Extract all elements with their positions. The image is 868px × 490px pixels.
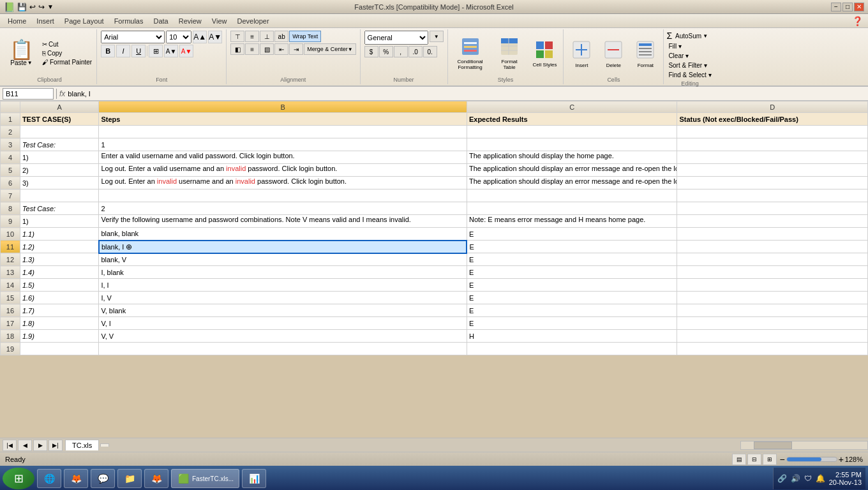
taskbar-ie[interactable]: 🌐 xyxy=(37,469,61,488)
security-tray-icon[interactable]: 🛡 xyxy=(804,474,812,483)
row-header-19[interactable]: 19 xyxy=(1,343,20,355)
zoom-slider[interactable] xyxy=(786,457,837,462)
sheet-tab-add[interactable] xyxy=(100,443,109,447)
cell-d14[interactable] xyxy=(677,279,868,292)
cell-c18[interactable]: H xyxy=(467,330,677,343)
cell-a16[interactable]: 1.7) xyxy=(20,304,99,317)
copy-button[interactable]: ⎘ Copy xyxy=(40,49,94,57)
cell-b13[interactable]: I, blank xyxy=(99,266,467,279)
sort-filter-button[interactable]: Sort & Filter ▾ xyxy=(666,61,709,70)
cell-c2[interactable] xyxy=(467,126,677,138)
number-format-select[interactable]: General xyxy=(364,31,428,45)
cell-d12[interactable] xyxy=(677,253,868,266)
name-box[interactable] xyxy=(3,88,54,100)
row-header-3[interactable]: 3 xyxy=(1,138,20,151)
row-header-10[interactable]: 10 xyxy=(1,228,20,241)
cell-a19[interactable] xyxy=(20,343,99,355)
cell-d8[interactable] xyxy=(677,202,868,215)
row-header-16[interactable]: 16 xyxy=(1,304,20,317)
row-header-12[interactable]: 12 xyxy=(1,253,20,266)
col-header-b[interactable]: B xyxy=(99,101,467,113)
cell-d13[interactable] xyxy=(677,266,868,279)
taskbar-skype[interactable]: 💬 xyxy=(91,469,115,488)
cell-a9[interactable]: 1) xyxy=(20,215,99,228)
cell-d2[interactable] xyxy=(677,126,868,138)
menu-developer[interactable]: Developer xyxy=(232,16,274,26)
cell-a3[interactable]: Test Case: xyxy=(20,138,99,151)
cell-c6[interactable]: The application should display an error … xyxy=(467,177,677,189)
cell-a12[interactable]: 1.3) xyxy=(20,253,99,266)
align-middle-button[interactable]: ≡ xyxy=(245,31,259,42)
cell-d7[interactable] xyxy=(677,189,868,202)
cell-d11[interactable] xyxy=(677,241,868,253)
paste-dropdown-icon[interactable]: ▼ xyxy=(27,60,33,66)
sheet-nav-first[interactable]: |◀ xyxy=(3,440,17,451)
cell-c16[interactable]: E xyxy=(467,304,677,317)
cell-c3[interactable] xyxy=(467,138,677,151)
border-button[interactable]: ⊞ xyxy=(149,45,163,57)
align-left-button[interactable]: ◧ xyxy=(230,43,244,55)
font-name-select[interactable]: Arial xyxy=(101,31,165,43)
cell-d4[interactable] xyxy=(677,151,868,164)
fill-button[interactable]: Fill ▾ xyxy=(666,42,684,50)
cell-b12[interactable]: blank, V xyxy=(99,253,467,266)
menu-page-layout[interactable]: Page Layout xyxy=(59,16,109,26)
taskbar-app7[interactable]: 📊 xyxy=(242,469,266,488)
decrease-indent-button[interactable]: ⇤ xyxy=(274,43,288,55)
cell-d19[interactable] xyxy=(677,343,868,355)
cell-a8[interactable]: Test Case: xyxy=(20,202,99,215)
cell-c7[interactable] xyxy=(467,189,677,202)
sheet-tab-tc[interactable]: TC.xls xyxy=(65,440,99,450)
row-header-1[interactable]: 1 xyxy=(1,113,20,126)
cell-a10[interactable]: 1.1) xyxy=(20,228,99,241)
font-size-select[interactable]: 10 xyxy=(166,31,191,43)
row-header-4[interactable]: 4 xyxy=(1,151,20,164)
cell-a1[interactable]: TEST CASE(S) xyxy=(20,113,99,126)
redo-icon[interactable]: ↪ xyxy=(38,3,45,11)
row-header-8[interactable]: 8 xyxy=(1,202,20,215)
cell-a14[interactable]: 1.5) xyxy=(20,279,99,292)
cell-d6[interactable] xyxy=(677,177,868,189)
merge-dropdown-icon[interactable]: ▼ xyxy=(348,47,353,52)
font-color-button[interactable]: A▼ xyxy=(179,45,193,57)
col-header-a[interactable]: A xyxy=(20,101,99,113)
cell-a7[interactable] xyxy=(20,189,99,202)
taskbar-firefox[interactable]: 🦊 xyxy=(64,469,88,488)
cell-c11[interactable]: E xyxy=(467,241,677,253)
cell-d10[interactable] xyxy=(677,228,868,241)
page-break-view-button[interactable]: ⊞ xyxy=(763,454,777,465)
cell-b18[interactable]: V, V xyxy=(99,330,467,343)
restore-button[interactable]: □ xyxy=(842,3,853,11)
cell-c14[interactable]: E xyxy=(467,279,677,292)
cell-d18[interactable] xyxy=(677,330,868,343)
row-header-6[interactable]: 6 xyxy=(1,177,20,189)
cell-b11[interactable]: blank, I ⊕ xyxy=(99,241,467,253)
sheet-nav-prev[interactable]: ◀ xyxy=(18,440,32,451)
italic-button[interactable]: I xyxy=(116,45,130,57)
wrap-text-button[interactable]: Wrap Text xyxy=(289,31,321,42)
row-header-7[interactable]: 7 xyxy=(1,189,20,202)
cell-a11[interactable]: 1.2) xyxy=(20,241,99,253)
delete-button[interactable]: Delete xyxy=(598,36,629,71)
cell-b6[interactable]: Log out. Enter an invalid username and a… xyxy=(99,177,467,189)
row-header-13[interactable]: 13 xyxy=(1,266,20,279)
quick-save-icon[interactable]: 💾 xyxy=(17,3,27,11)
increase-indent-button[interactable]: ⇥ xyxy=(289,43,303,55)
zoom-in-icon[interactable]: + xyxy=(839,454,844,464)
comma-format-button[interactable]: , xyxy=(394,46,408,57)
row-header-17[interactable]: 17 xyxy=(1,317,20,330)
normal-view-button[interactable]: ▤ xyxy=(732,454,746,465)
autosum-button[interactable]: AutoSum ▼ xyxy=(673,32,710,40)
cell-b10[interactable]: blank, blank xyxy=(99,228,467,241)
cell-d15[interactable] xyxy=(677,292,868,304)
col-header-d[interactable]: D xyxy=(677,101,868,113)
accounting-format-button[interactable]: $ xyxy=(364,46,378,57)
taskbar-excel[interactable]: 🟩 FasterTC.xls... xyxy=(171,469,239,488)
cell-c17[interactable]: E xyxy=(467,317,677,330)
cut-button[interactable]: ✂ Cut xyxy=(40,40,94,48)
formula-input[interactable] xyxy=(68,88,865,100)
row-header-9[interactable]: 9 xyxy=(1,215,20,228)
row-header-2[interactable]: 2 xyxy=(1,126,20,138)
row-header-15[interactable]: 15 xyxy=(1,292,20,304)
minimize-button[interactable]: − xyxy=(831,3,841,11)
